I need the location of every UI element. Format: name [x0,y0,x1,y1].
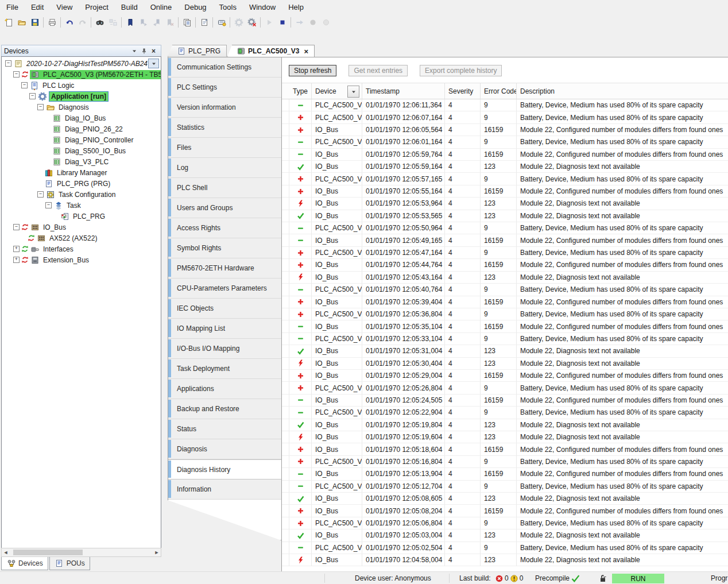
category-version-information[interactable]: Version information [168,98,281,118]
category-pm5670-2eth-hardware[interactable]: PM5670-2ETH Hardware [168,258,281,279]
menu-item-view[interactable]: View [50,0,79,15]
tree-item-plc-logic[interactable]: −PLC Logic [2,80,161,91]
category-statistics[interactable]: Statistics [168,118,281,138]
undo-icon[interactable] [63,16,76,29]
redo-icon[interactable] [76,16,89,29]
panel-tab-pous[interactable]: POUs [49,557,90,570]
menu-item-file[interactable]: File [0,0,25,15]
tree-item-application-run[interactable]: −Application [run] [2,91,161,102]
table-row[interactable]: PLC_AC500_V301/01/1970 12:05:40,76449Bat… [282,284,728,296]
column-header-timestamp[interactable]: Timestamp [362,83,445,99]
category-diagnosis[interactable]: Diagnosis [168,439,281,459]
new-file-icon[interactable] [2,16,15,29]
tree-item-plc-prg[interactable]: PLC_PRG [2,211,161,222]
table-row[interactable]: IO_Bus01/01/1970 12:05:18,604416159Modul… [282,443,728,455]
category-files[interactable]: Files [168,138,281,158]
tree-item-plc-prg-prg[interactable]: PLC_PRG (PRG) [2,178,161,189]
open-file-icon[interactable] [15,16,28,29]
paste-icon[interactable] [198,16,211,29]
expander-plus-icon[interactable]: + [13,257,20,263]
expander-minus-icon[interactable]: − [37,104,44,110]
logout-icon[interactable] [245,16,258,29]
tree-item-interfaces[interactable]: +Interfaces [2,243,161,254]
menu-item-online[interactable]: Online [144,0,179,15]
category-users-and-groups[interactable]: Users and Groups [168,198,281,218]
tree-item-library-manager[interactable]: Library Manager [2,167,161,178]
table-row[interactable]: IO_Bus01/01/1970 12:05:35,104416159Modul… [282,320,728,332]
category-access-rights[interactable]: Access Rights [168,218,281,238]
table-row[interactable]: IO_Bus01/01/1970 12:05:43,1644123Module … [282,272,728,284]
table-row[interactable]: PLC_AC500_V301/01/1970 12:06:01,16449Bat… [282,136,728,148]
tree-item-diagnosis[interactable]: −Diagnosis [2,102,161,113]
table-row[interactable]: IO_Bus01/01/1970 12:05:03,0044123Module … [282,529,728,542]
panel-tab-devices[interactable]: Devices [1,557,48,570]
login-icon[interactable] [232,16,245,29]
category-plc-shell[interactable]: PLC Shell [168,178,281,198]
device-filter-dropdown[interactable] [347,86,359,98]
category-plc-settings[interactable]: PLC Settings [168,78,281,98]
tree-item-ax522-ax522[interactable]: AX522 (AX522) [2,233,161,243]
stop-refresh-button[interactable]: Stop refresh [289,65,336,76]
category-diagnosis-history[interactable]: Diagnosis History [168,459,281,479]
table-row[interactable]: IO_Bus01/01/1970 12:05:19,8044123Module … [282,419,728,431]
table-row[interactable]: IO_Bus01/01/1970 12:05:53,5654123Module … [282,210,728,222]
replace-icon[interactable] [106,16,119,29]
table-row[interactable]: PLC_AC500_V301/01/1970 12:05:02,50449Bat… [282,542,728,554]
table-row[interactable]: PLC_AC500_V301/01/1970 12:06:07,16449Bat… [282,111,728,123]
export-complete-history-button[interactable]: Export complete history [420,65,502,76]
bookmark-icon[interactable] [123,16,137,29]
table-row[interactable]: IO_Bus01/01/1970 12:05:08,6054123Module … [282,493,728,505]
chevron-down-icon[interactable] [129,47,139,56]
table-row[interactable]: IO_Bus01/01/1970 12:04:58,0044123Module … [282,554,728,566]
build-icon[interactable] [215,16,228,29]
table-row[interactable]: IO_Bus01/01/1970 12:05:29,004416159Modul… [282,370,728,382]
step-over-icon[interactable] [293,16,306,29]
horizontal-scrollbar[interactable]: ◄ ► [1,548,161,557]
table-row[interactable]: PLC_AC500_V301/01/1970 12:05:06,80449Bat… [282,517,728,529]
table-row[interactable]: PLC_AC500_V301/01/1970 12:05:33,10449Bat… [282,333,728,345]
table-row[interactable]: IO_Bus01/01/1970 12:05:49,165416159Modul… [282,234,728,246]
category-i-o-bus-i-o-mapping[interactable]: I/O-Bus I/O Mapping [168,339,281,359]
expander-minus-icon[interactable]: − [13,71,20,78]
stop-icon[interactable] [276,16,289,29]
category-communication-settings[interactable]: Communication Settings [168,57,281,78]
scroll-left-icon[interactable]: ◄ [2,549,10,556]
expander-minus-icon[interactable]: − [13,224,20,230]
category-backup-and-restore[interactable]: Backup and Restore [168,399,281,419]
menu-item-tools[interactable]: Tools [213,0,243,15]
menu-item-debug[interactable]: Debug [178,0,212,15]
table-row[interactable]: IO_Bus01/01/1970 12:05:13,904416159Modul… [282,468,728,480]
bookmark-clear-icon[interactable] [163,16,176,29]
expander-minus-icon[interactable]: − [37,191,44,198]
menu-item-window[interactable]: Window [243,0,282,15]
project-dropdown-button[interactable] [148,59,159,68]
expander-minus-icon[interactable]: − [29,93,36,99]
bookmark-next-icon[interactable] [137,16,150,29]
table-row[interactable]: PLC_AC500_V301/01/1970 12:05:22,90449Bat… [282,407,728,419]
table-row[interactable]: IO_Bus01/01/1970 12:05:19,6044123Module … [282,431,728,443]
bookmark-prev-icon[interactable] [150,16,163,29]
pin-icon[interactable] [139,47,149,56]
expander-plus-icon[interactable]: + [13,246,20,252]
column-header-error-code[interactable]: Error Code [481,83,517,99]
category-io-mapping-list[interactable]: IO Mapping List [168,319,281,339]
column-header-device[interactable]: Device [312,83,362,99]
tree-item-plc-ac500-v3-pm5670-2eth-tb5610-2[interactable]: −PLC_AC500_V3 (PM5670-2ETH - TB5610-2 [2,69,161,80]
category-symbol-rights[interactable]: Symbol Rights [168,238,281,258]
category-iec-objects[interactable]: IEC Objects [168,299,281,319]
scrollbar-thumb[interactable] [13,550,83,555]
table-row[interactable]: IO_Bus01/01/1970 12:06:05,564416159Modul… [282,124,728,136]
tree-item-diag-v3-plc[interactable]: Diag_V3_PLC [2,156,161,167]
breakpoint-icon[interactable] [306,16,319,29]
menu-item-help[interactable]: Help [282,0,310,15]
menu-item-edit[interactable]: Edit [25,0,50,15]
table-row[interactable]: PLC_AC500_V301/01/1970 12:05:57,16549Bat… [282,173,728,185]
table-row[interactable]: PLC_AC500_V301/01/1970 12:05:50,96449Bat… [282,222,728,234]
table-row[interactable]: IO_Bus01/01/1970 12:05:59,1644123Module … [282,161,728,173]
expander-minus-icon[interactable]: − [5,60,11,67]
save-icon[interactable] [28,16,41,29]
breakpoint-off-icon[interactable] [319,16,332,29]
category-cpu-parameters-parameters[interactable]: CPU-Parameters Parameters [168,279,281,299]
print-icon[interactable] [45,16,59,29]
table-row[interactable]: IO_Bus01/01/1970 12:05:53,9644123Module … [282,198,728,210]
